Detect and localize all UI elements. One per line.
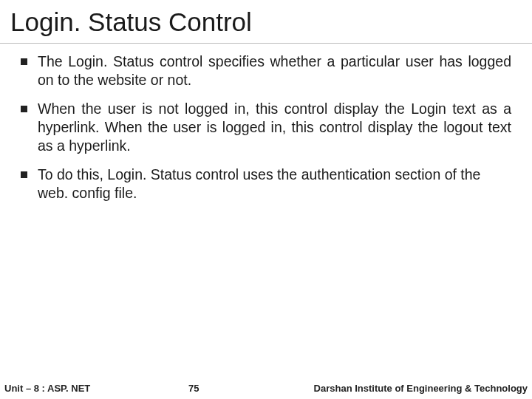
list-item: The Login. Status control specifies whet…: [21, 52, 511, 89]
footer-unit: Unit – 8 : ASP. NET: [4, 383, 90, 394]
slide-title: Login. Status Control: [0, 0, 532, 44]
bullet-text: When the user is not logged in, this con…: [38, 100, 511, 155]
bullet-square-icon: [21, 106, 27, 112]
slide-content: The Login. Status control specifies whet…: [0, 44, 532, 202]
slide-footer: Unit – 8 : ASP. NET 75 Darshan Institute…: [0, 380, 532, 399]
bullet-square-icon: [21, 58, 27, 65]
bullet-text: To do this, Login. Status control uses t…: [38, 166, 511, 202]
footer-page-number: 75: [188, 383, 199, 394]
list-item: When the user is not logged in, this con…: [21, 100, 511, 155]
bullet-text: The Login. Status control specifies whet…: [38, 52, 511, 89]
list-item: To do this, Login. Status control uses t…: [21, 166, 511, 202]
footer-institute: Darshan Institute of Engineering & Techn…: [314, 383, 528, 394]
bullet-square-icon: [21, 171, 27, 178]
